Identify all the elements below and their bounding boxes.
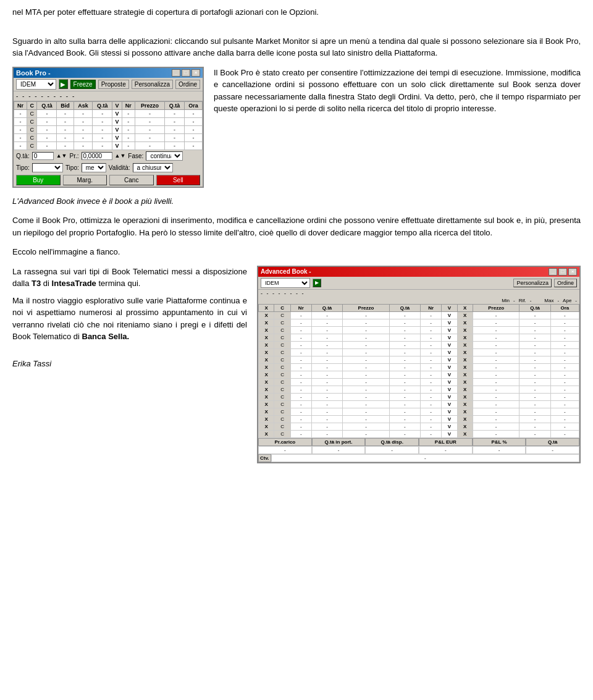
ab-cell: - xyxy=(343,326,390,334)
bp-cell: - xyxy=(122,125,135,133)
tipo-select2[interactable]: meg xyxy=(82,163,106,172)
ab-cell: - xyxy=(290,326,311,334)
ab-toolbar: IDEM ▶ Personalizza Ordine xyxy=(258,277,579,289)
ab-cell: - xyxy=(550,341,579,348)
ab-cell: - xyxy=(473,363,519,371)
buy-button[interactable]: Buy xyxy=(16,175,61,185)
ab-cell: - xyxy=(421,334,442,341)
ab-cell: - xyxy=(389,319,420,326)
ordine-button[interactable]: Ordine xyxy=(175,80,200,89)
ab-cell: - xyxy=(311,386,342,393)
ab-cell: - xyxy=(389,415,420,423)
ab-cell: - xyxy=(343,408,390,415)
ab-cell: - xyxy=(519,371,550,378)
sell-button[interactable]: Sell xyxy=(156,175,201,185)
proposte-button[interactable]: Proposte xyxy=(98,80,129,89)
ab-cell: - xyxy=(389,363,420,371)
ab-personalizza-button[interactable]: Personalizza xyxy=(513,279,552,287)
bp-cell: - xyxy=(37,109,57,117)
close-btn[interactable]: × xyxy=(191,69,200,77)
marg-button[interactable]: Marg. xyxy=(63,175,107,185)
ape-label: Ape xyxy=(563,298,571,303)
maximize-btn[interactable]: □ xyxy=(182,69,190,77)
ab-cell: - xyxy=(389,348,420,356)
ab-cell: - xyxy=(550,400,579,408)
personalizza-button[interactable]: Personalizza xyxy=(132,80,173,89)
tipo-select1[interactable] xyxy=(32,163,63,172)
min-value: - xyxy=(513,298,515,303)
freeze-button[interactable]: Freeze xyxy=(70,80,96,89)
ab-cell: - xyxy=(519,386,550,393)
window-controls: _ □ × xyxy=(172,69,200,77)
ab-fv-0: - xyxy=(258,446,312,454)
pr-input[interactable] xyxy=(82,152,112,160)
ab-cell: - xyxy=(550,430,579,437)
ab-idem-select[interactable]: IDEM xyxy=(261,278,310,288)
ab-cell: V xyxy=(442,371,457,378)
ab-footer-header: Pr.carico Q.tà in port. Q.tà disp. P&L E… xyxy=(258,438,579,446)
ab-cell: - xyxy=(290,334,311,341)
ab-maximize-btn[interactable]: □ xyxy=(558,268,567,276)
ab-cell: C xyxy=(274,341,290,348)
left-p1: La rassegna sui vari tipi di Book Telema… xyxy=(12,266,247,290)
ab-cell: - xyxy=(389,311,420,319)
ab-cell: - xyxy=(311,415,342,423)
ab-cell: - xyxy=(550,415,579,423)
minimize-btn[interactable]: _ xyxy=(172,69,180,77)
ab-cell: X xyxy=(457,326,473,334)
ab-cell: - xyxy=(550,356,579,363)
bp-cell: - xyxy=(57,117,74,125)
bp-cell: - xyxy=(93,109,112,117)
ab-cell: - xyxy=(550,371,579,378)
ab-cell: C xyxy=(274,430,290,437)
ab-cell: - xyxy=(550,408,579,415)
ab-cell: C xyxy=(274,371,290,378)
ab-cell: - xyxy=(519,326,550,334)
validita-select[interactable]: a chiusura xyxy=(133,163,173,172)
ab-minimize-btn[interactable]: _ xyxy=(549,268,557,276)
play-button[interactable]: ▶ xyxy=(59,79,68,89)
bp-cell: - xyxy=(57,109,74,117)
ab-cell: - xyxy=(519,348,550,356)
ab-cell: - xyxy=(550,326,579,334)
ab-ordine-button[interactable]: Ordine xyxy=(554,279,577,287)
middle-p2: Come il Book Pro, ottimizza le operazion… xyxy=(12,214,581,238)
ab-play-button[interactable]: ▶ xyxy=(313,279,321,287)
ab-cell: - xyxy=(311,423,342,430)
bp-cell: C xyxy=(27,117,37,125)
ab-col-ora: Ora xyxy=(550,304,579,311)
ab-cell: - xyxy=(343,363,390,371)
ab-cell: X xyxy=(259,423,274,430)
bp-cell: - xyxy=(37,133,57,141)
bp-cell: - xyxy=(74,125,92,133)
ab-cell: - xyxy=(311,363,342,371)
ab-cell: - xyxy=(421,415,442,423)
ab-fv-1: - xyxy=(312,446,366,454)
bp-cell: - xyxy=(184,117,202,125)
ab-cell: - xyxy=(311,371,342,378)
ab-col-nr: Nr xyxy=(290,304,311,311)
ab-col-x2: X xyxy=(457,304,473,311)
ab-cell: X xyxy=(259,311,274,319)
ab-titlebar: Advanced Book - _ □ × xyxy=(258,267,579,277)
ab-cell: - xyxy=(311,341,342,348)
bp-cell: - xyxy=(184,141,202,150)
ab-cell: X xyxy=(457,356,473,363)
ab-close-btn[interactable]: × xyxy=(568,268,577,276)
bp-cell: - xyxy=(74,141,92,150)
ab-ctv-label: Ctv. xyxy=(258,454,271,462)
bp-cell: - xyxy=(93,141,112,150)
ab-cell: - xyxy=(421,408,442,415)
ab-cell: C xyxy=(274,356,290,363)
ab-cell: X xyxy=(457,393,473,400)
ab-cell: - xyxy=(421,326,442,334)
col-v: V xyxy=(112,101,122,109)
ab-cell: - xyxy=(550,386,579,393)
ab-cell: V xyxy=(442,430,457,437)
canc-button[interactable]: Canc xyxy=(109,175,154,185)
ab-cell: V xyxy=(442,408,457,415)
fase-select[interactable]: continua xyxy=(146,151,183,161)
qta-input[interactable] xyxy=(32,152,54,160)
ab-cell: X xyxy=(457,378,473,386)
idem-select[interactable]: IDEM xyxy=(16,79,56,90)
